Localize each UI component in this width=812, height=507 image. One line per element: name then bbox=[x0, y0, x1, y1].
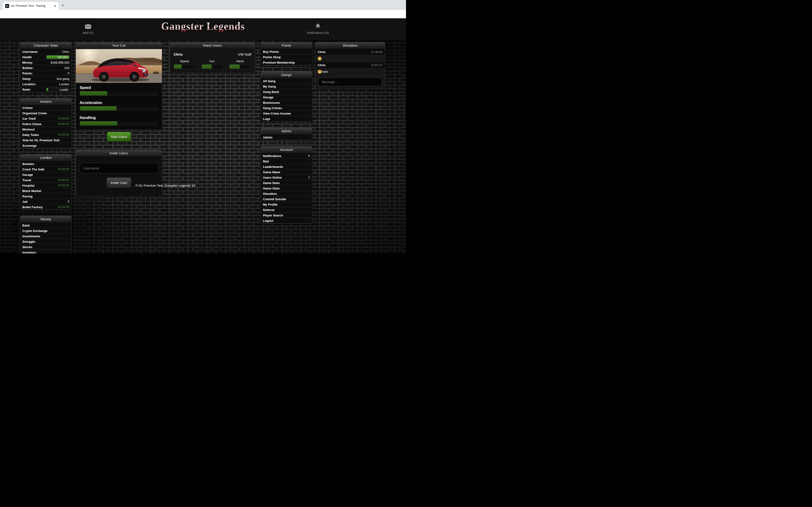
health-bar-text: 100.00% bbox=[58, 56, 68, 59]
menu-item[interactable]: Workout bbox=[20, 127, 71, 132]
menu-item[interactable]: Daily Tasks 00:00:00 bbox=[20, 132, 71, 137]
race-player-name: Chris bbox=[173, 52, 183, 56]
menu-item[interactable]: Racing bbox=[20, 194, 71, 199]
menu-item[interactable]: Garage bbox=[20, 172, 71, 177]
menu-item[interactable]: My Gang bbox=[261, 84, 312, 89]
actions-panel: Actions Crimes Organized Crime Car Theft bbox=[20, 98, 72, 149]
menu-item[interactable]: View Crime Income bbox=[261, 111, 312, 116]
menu-item[interactable]: Game News bbox=[261, 169, 312, 175]
gangs-menu: All Gang My Gang Gang Bank Garage bbox=[261, 78, 312, 122]
menu-item[interactable]: Crack The Safe 00:00:00 bbox=[20, 167, 71, 172]
menu-item[interactable]: Car Theft 00:00:00 bbox=[20, 116, 71, 121]
account-menu: Notifications 0 Mail Leaderboards bbox=[261, 153, 312, 223]
menu-item[interactable]: Stocks bbox=[20, 244, 71, 250]
menu-item[interactable]: Organized Crime bbox=[20, 111, 71, 116]
game-header-bar: Mail (0) Gangster Legends Notifications … bbox=[0, 18, 406, 40]
menu-item[interactable]: Premium Membership bbox=[261, 60, 312, 65]
menu-item[interactable]: Game Stats bbox=[261, 180, 312, 186]
menu-item[interactable]: Crimes bbox=[20, 105, 71, 111]
menu-item[interactable]: Leaderboards bbox=[261, 164, 312, 169]
menu-item-value: 0 bbox=[308, 154, 310, 158]
menu-item[interactable]: Gang Bank bbox=[261, 89, 312, 95]
new-tab-button[interactable]: + bbox=[61, 3, 64, 7]
menu-item[interactable]: Commit Suicide bbox=[261, 196, 312, 202]
menu-item[interactable]: Logout bbox=[261, 218, 312, 223]
menu-item-label: Daily Tasks bbox=[22, 133, 39, 136]
menu-item-label: All Gang bbox=[263, 79, 275, 83]
menu-item-label: Game Stats bbox=[263, 186, 280, 190]
menu-item[interactable]: Bookies bbox=[20, 161, 71, 167]
menu-item-label: Notifications bbox=[263, 154, 282, 158]
menu-item[interactable]: Logs bbox=[261, 116, 312, 122]
menu-item-label: Leaderboards bbox=[263, 165, 283, 169]
menu-item[interactable]: Users Online 1 bbox=[261, 175, 312, 180]
menu-item-label: Gang Bank bbox=[263, 90, 279, 94]
shoutbox-user: Chris bbox=[318, 63, 325, 67]
menu-item-value: 00:00:00 bbox=[58, 184, 69, 187]
menu-item[interactable]: Notifications 0 bbox=[261, 153, 312, 159]
invite-users-title: Invite Users bbox=[76, 150, 162, 157]
menu-item[interactable]: Points Shop bbox=[261, 54, 312, 60]
menu-item[interactable]: Travel 00:00:00 bbox=[20, 177, 71, 183]
invite-username-input[interactable] bbox=[80, 163, 158, 173]
race-stats-grid: Speed Acc. Hand. bbox=[173, 59, 251, 69]
menu-item-value: 1 bbox=[308, 176, 310, 179]
menu-item[interactable]: Player Search bbox=[261, 213, 312, 218]
race-stat-track bbox=[173, 64, 196, 69]
menu-item-label: Bullet Factory bbox=[22, 205, 43, 209]
footer-copyright: © GL Premium Test. Gangster Legends V2 bbox=[75, 184, 255, 187]
menu-item[interactable]: Investments bbox=[20, 233, 71, 239]
car-stat-speed: Speed bbox=[80, 86, 158, 96]
menu-item-value: 00:00:00 bbox=[58, 168, 69, 171]
menu-item[interactable]: Garage bbox=[261, 95, 312, 100]
tab-close-icon[interactable]: ✕ bbox=[53, 4, 56, 8]
menu-item[interactable]: Bank bbox=[20, 223, 71, 228]
menu-item[interactable]: Mail bbox=[261, 159, 312, 164]
menu-item[interactable]: Crypto Exchange bbox=[20, 228, 71, 233]
menu-item[interactable]: Game Stats bbox=[261, 186, 312, 191]
menu-item[interactable]: Businesses bbox=[261, 100, 312, 105]
car-stats: Speed Acceleration Handling bbox=[76, 83, 162, 129]
bell-icon bbox=[296, 22, 340, 29]
menu-item[interactable]: All Gang bbox=[261, 78, 312, 84]
menu-item[interactable]: Gang Crimes bbox=[261, 105, 312, 111]
stat-value: 100 bbox=[64, 66, 69, 70]
shoutbox-message-input[interactable] bbox=[318, 78, 382, 86]
race-users-title: Race Users bbox=[170, 42, 255, 49]
menu-item-label: Inventory bbox=[22, 251, 36, 254]
menu-item[interactable]: Buy Points bbox=[261, 49, 312, 54]
menu-item-label: Black Market bbox=[22, 189, 41, 193]
stat-label: Gang: bbox=[22, 77, 31, 80]
menu-item-value: 00:00:00 bbox=[58, 122, 69, 125]
mail-link[interactable]: Mail (0) bbox=[66, 22, 110, 35]
race-stat-label: Speed bbox=[173, 59, 196, 63]
shoutbox-message: Chris 10:57:27 hello bbox=[315, 62, 385, 75]
gangs-panel: Gangs All Gang My Gang Gang Bank bbox=[261, 71, 312, 122]
menu-item[interactable]: Police Chase 00:00:00 bbox=[20, 121, 71, 127]
menu-item[interactable]: Smuggle bbox=[20, 239, 71, 244]
menu-item[interactable]: Shoutbox bbox=[261, 191, 312, 196]
menu-item[interactable]: Referral bbox=[261, 207, 312, 213]
menu-item[interactable]: Black Market bbox=[20, 188, 71, 194]
menu-item[interactable]: Vote for GL Premium Test bbox=[20, 137, 71, 143]
race-stat-track bbox=[202, 64, 223, 69]
menu-item[interactable]: Admin bbox=[261, 135, 312, 140]
menu-item[interactable]: Hospital 00:00:00 bbox=[20, 183, 71, 188]
points-title: Points bbox=[261, 42, 312, 49]
race-stat-label: Hand. bbox=[229, 59, 251, 63]
menu-item[interactable]: Scavenge bbox=[20, 143, 71, 148]
menu-item[interactable]: Inventory bbox=[20, 250, 71, 253]
menu-item[interactable]: Jail 0 bbox=[20, 199, 71, 205]
menu-item[interactable]: My Profile bbox=[261, 202, 312, 207]
rank-bar: Lowlife bbox=[46, 88, 69, 91]
race-stat-track bbox=[229, 64, 251, 69]
tab-title: GL Premium Test - Racing bbox=[11, 4, 52, 7]
browser-tab[interactable]: GL GL Premium Test - Racing ✕ bbox=[3, 2, 59, 10]
money-menu: Bank Crypto Exchange Investments Smuggle bbox=[20, 223, 71, 253]
start-race-button[interactable]: Start Race bbox=[107, 132, 131, 142]
notifications-link[interactable]: Notifications (0) bbox=[296, 22, 340, 35]
menu-item-label: Gang Crimes bbox=[263, 106, 282, 110]
menu-item-label: Crypto Exchange bbox=[22, 229, 47, 233]
character-stats-title: Character Stats bbox=[20, 42, 71, 49]
menu-item[interactable]: Bullet Factory 00:00:00 bbox=[20, 205, 71, 210]
